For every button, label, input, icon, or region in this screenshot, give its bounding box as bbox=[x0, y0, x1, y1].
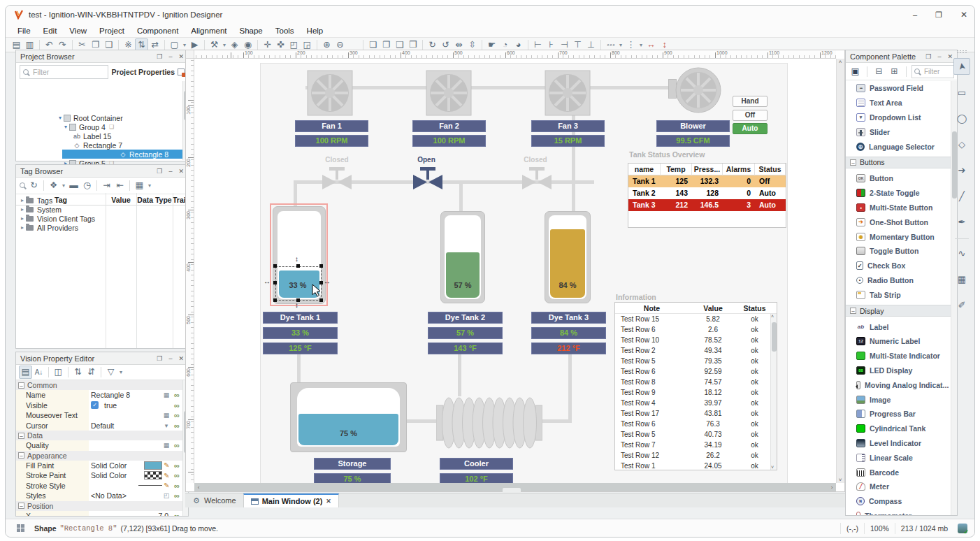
prop-row-stroke-style[interactable]: Stroke Style✎∞ bbox=[16, 481, 182, 491]
tab-main-window[interactable]: Main Window (2) ✕ bbox=[243, 493, 339, 507]
polygon-tool-icon[interactable]: ◇ bbox=[953, 136, 970, 153]
blower-cfm[interactable]: 99.5 CFM bbox=[656, 135, 730, 147]
menu-file[interactable]: File bbox=[11, 25, 37, 36]
auto-button[interactable]: Auto bbox=[733, 123, 768, 134]
expression-icon[interactable]: ▦ bbox=[161, 442, 171, 449]
menu-edit[interactable]: Edit bbox=[37, 25, 64, 36]
dye-tank-2-temp[interactable]: 143 °F bbox=[428, 342, 503, 354]
table-row[interactable]: Test Row 874.57ok bbox=[615, 377, 777, 387]
close-panel-icon[interactable]: ✕ bbox=[178, 168, 184, 175]
binding-link-icon[interactable]: ∞ bbox=[171, 461, 182, 470]
prop-row-quality[interactable]: Quality▦∞ bbox=[16, 440, 182, 451]
valve-3-state[interactable]: Closed bbox=[514, 156, 556, 164]
dye-tank-2-label[interactable]: Dye Tank 2 bbox=[428, 312, 503, 324]
table-row[interactable]: Test Row 155.82ok bbox=[615, 314, 777, 324]
prop-row-stroke-paint[interactable]: Stroke PaintSolid Color✎∞ bbox=[16, 470, 182, 481]
valve-1-closed[interactable] bbox=[322, 166, 352, 190]
collapse-section-icon[interactable]: – bbox=[850, 159, 856, 166]
pen-tool-icon[interactable]: ✒ bbox=[953, 214, 970, 231]
binding-link-icon[interactable]: ∞ bbox=[171, 421, 182, 430]
dye-tank-2-level[interactable]: 57 % bbox=[428, 327, 503, 339]
table-row[interactable]: Test Row 734.19ok bbox=[615, 440, 777, 450]
new-tag-dropdown-icon[interactable]: ▾ bbox=[60, 179, 67, 192]
table-row[interactable]: Test Row 692.59ok bbox=[615, 366, 777, 377]
columns-dropdown-icon[interactable]: ▾ bbox=[146, 179, 153, 192]
image-tool-icon[interactable]: ▦ bbox=[953, 271, 970, 288]
palette-item-compass[interactable]: NCompass bbox=[846, 494, 951, 509]
tag-folder-tags[interactable]: ▸Tags bbox=[16, 196, 188, 205]
blower-graphic[interactable] bbox=[674, 66, 723, 115]
collapse-section-icon[interactable]: – bbox=[18, 452, 24, 459]
collapse-section-icon[interactable]: – bbox=[18, 503, 24, 509]
resize-handle[interactable] bbox=[273, 298, 277, 302]
hand-button[interactable]: Hand bbox=[733, 96, 768, 107]
table-row[interactable]: Test Row 1743.81ok bbox=[615, 408, 777, 419]
new-tag-icon[interactable]: ❖ bbox=[47, 179, 60, 192]
resize-handle[interactable] bbox=[319, 298, 323, 302]
rectangle-tool-icon[interactable]: ▭ bbox=[953, 85, 970, 101]
information-scrollbar[interactable]: ˄˅ bbox=[770, 314, 777, 470]
styles-browse-icon[interactable]: ◰ bbox=[161, 492, 171, 499]
edit-pencil-icon[interactable]: ✎ bbox=[162, 472, 171, 479]
scroll-up-icon[interactable]: ˄ bbox=[836, 59, 844, 65]
expand-all-icon[interactable]: ⇅ bbox=[71, 366, 85, 379]
palette-filter-input[interactable]: Filter bbox=[911, 65, 954, 78]
tree-item-rectangle-7[interactable]: ◇Rectangle 7 bbox=[16, 140, 188, 150]
status-zoom-level[interactable]: 100% bbox=[864, 523, 895, 534]
tree-item-label-15[interactable]: abLabel 15 bbox=[16, 131, 188, 140]
collapse-section-icon[interactable]: – bbox=[18, 433, 24, 439]
palette-item-multi-state-indicator[interactable]: Multi-State Indicator bbox=[846, 349, 951, 363]
palette-item-cylindrical-tank[interactable]: Cylindrical Tank bbox=[846, 421, 951, 436]
fan-1-rpm[interactable]: 100 RPM bbox=[295, 135, 368, 147]
expression-icon[interactable]: ▦ bbox=[161, 412, 171, 419]
prop-row-fill-paint[interactable]: Fill PaintSolid Color✎∞ bbox=[16, 461, 182, 471]
import-icon[interactable]: ⇥ bbox=[100, 179, 113, 192]
palette-mode-icon[interactable]: ▣ bbox=[849, 65, 862, 78]
section-appearance[interactable]: –Appearance bbox=[16, 451, 182, 461]
binding-link-icon[interactable]: ∞ bbox=[171, 471, 182, 479]
resize-handle[interactable] bbox=[273, 281, 277, 284]
categorized-icon[interactable]: ▤ bbox=[19, 366, 32, 379]
binding-link-icon[interactable]: ∞ bbox=[171, 491, 182, 500]
palette-item-2-state-toggle[interactable]: 2-State Toggle bbox=[846, 186, 951, 201]
expression-icon[interactable]: ▦ bbox=[161, 391, 171, 398]
col-status[interactable]: Status bbox=[737, 303, 772, 314]
palette-item-numeric-label[interactable]: 12Numeric Label bbox=[846, 334, 951, 349]
palette-section-buttons[interactable]: –Buttons bbox=[846, 157, 951, 168]
chevron-down-icon[interactable]: ▾ bbox=[161, 422, 171, 429]
menu-tools[interactable]: Tools bbox=[269, 25, 301, 36]
table-row[interactable]: Test Row 1226.2ok bbox=[615, 450, 777, 461]
project-properties-button[interactable]: Project Properties bbox=[112, 68, 185, 76]
col-name[interactable]: name bbox=[628, 164, 661, 175]
history-icon[interactable]: ◷ bbox=[80, 179, 94, 192]
menu-alignment[interactable]: Alignment bbox=[185, 25, 233, 36]
section-position[interactable]: –Position bbox=[16, 501, 182, 511]
collapse-all-icon[interactable]: ⇵ bbox=[85, 366, 98, 379]
blower-label[interactable]: Blower bbox=[656, 120, 730, 132]
palette-item-moving-analog-indicator[interactable]: Moving Analog Indicat... bbox=[846, 377, 951, 392]
prop-row-mouseover[interactable]: Mouseover Text▦∞ bbox=[16, 410, 182, 421]
stroke-color-swatch[interactable] bbox=[144, 471, 162, 479]
scroll-left-icon[interactable]: ‹ bbox=[194, 484, 203, 491]
close-button[interactable]: ✕ bbox=[960, 10, 967, 20]
canvas-hscrollbar[interactable]: ‹ › bbox=[194, 483, 836, 491]
pipe[interactable] bbox=[305, 86, 680, 89]
col-press[interactable]: Press... bbox=[692, 164, 723, 175]
palette-item-password-field[interactable]: •••Password Field bbox=[846, 81, 951, 96]
minimize-panel-icon[interactable]: – bbox=[168, 168, 172, 175]
canvas-vscrollbar[interactable]: ˄ ˅ bbox=[836, 59, 844, 483]
col-value[interactable]: Value bbox=[689, 303, 737, 314]
palette-item-thermometer[interactable]: Thermometer bbox=[846, 509, 951, 515]
resize-handle[interactable] bbox=[296, 264, 300, 268]
binding-link-icon[interactable]: ∞ bbox=[171, 482, 182, 490]
udt-icon[interactable]: ▬ bbox=[67, 179, 80, 192]
chevron-down-icon[interactable]: ▾ bbox=[57, 115, 64, 121]
pipe[interactable] bbox=[297, 354, 301, 382]
select-tool-icon[interactable]: ➤ bbox=[953, 58, 970, 75]
sort-az-icon[interactable]: A↓ bbox=[32, 366, 45, 379]
maximize-button[interactable]: ❐ bbox=[935, 10, 942, 20]
cooler-temp[interactable]: 102 °F bbox=[440, 473, 513, 483]
palette-item-led-display[interactable]: 88LED Display bbox=[846, 363, 951, 378]
pipe[interactable] bbox=[459, 184, 463, 212]
col-note[interactable]: Note bbox=[615, 303, 689, 314]
